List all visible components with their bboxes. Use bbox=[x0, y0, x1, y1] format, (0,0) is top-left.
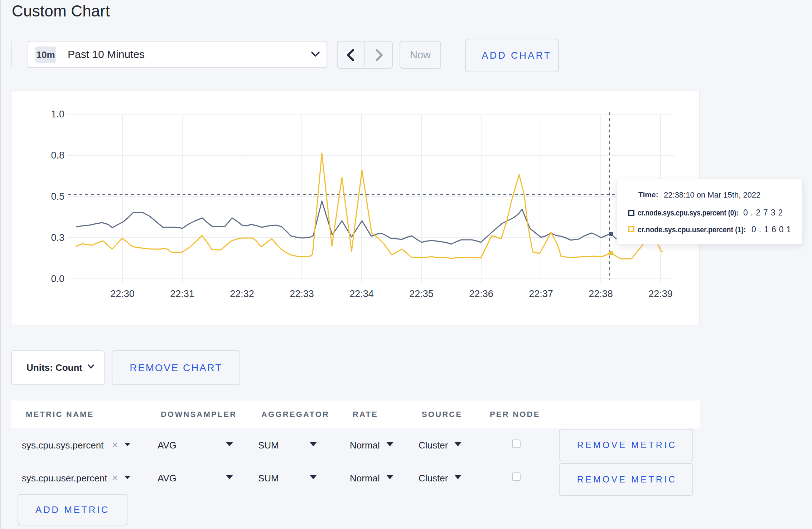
svg-text:22:30: 22:30 bbox=[110, 288, 135, 299]
svg-text:22:31: 22:31 bbox=[170, 288, 194, 299]
svg-text:22:38: 22:38 bbox=[589, 288, 613, 299]
svg-text:0.0: 0.0 bbox=[51, 273, 64, 284]
svg-text:22:36: 22:36 bbox=[469, 288, 493, 299]
svg-text:22:32: 22:32 bbox=[230, 288, 254, 299]
svg-text:22:34: 22:34 bbox=[349, 288, 374, 299]
svg-text:0.5: 0.5 bbox=[51, 191, 64, 202]
svg-text:1.0: 1.0 bbox=[51, 109, 64, 120]
svg-text:22:35: 22:35 bbox=[409, 288, 434, 299]
svg-text:22:33: 22:33 bbox=[290, 288, 314, 299]
svg-text:22:37: 22:37 bbox=[529, 288, 553, 299]
svg-text:0.8: 0.8 bbox=[51, 150, 64, 161]
svg-text:22:39: 22:39 bbox=[648, 288, 673, 299]
svg-text:0.3: 0.3 bbox=[51, 232, 64, 243]
